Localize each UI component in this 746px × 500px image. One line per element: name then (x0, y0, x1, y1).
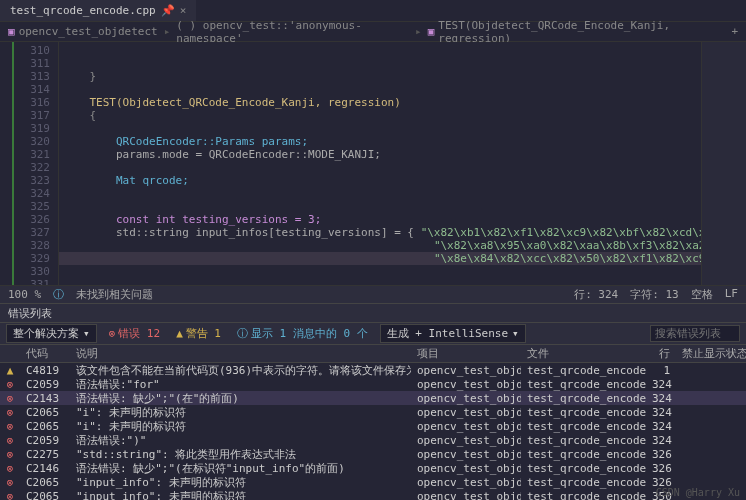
chevron-down-icon: ▾ (512, 327, 519, 340)
error-icon: ⊗ (0, 447, 20, 462)
error-icon: ⊗ (0, 377, 20, 392)
breadcrumb-project[interactable]: ▣ opencv_test_objdetect (8, 25, 158, 38)
error-icon: ⊗ (0, 461, 20, 476)
breadcrumb-function[interactable]: ▣ TEST(Objdetect_QRCode_Encode_Kanji, re… (428, 19, 726, 45)
tab-label: test_qrcode_encode.cpp (10, 4, 156, 17)
error-toolbar: 整个解决方案 ▾ ⊗ 错误 12 ▲ 警告 1 ⓘ 显示 1 消息中的 0 个 … (0, 323, 746, 345)
breadcrumb-namespace[interactable]: ( ) opencv_test::'anonymous-namespace' (176, 19, 409, 45)
error-icon: ⊗ (0, 489, 20, 501)
error-icon: ⊗ (0, 433, 20, 448)
col-file[interactable]: 文件 (521, 345, 646, 362)
watermark: CSDN @Harry Xu (656, 487, 740, 498)
breadcrumb: ▣ opencv_test_objdetect ▸ ( ) opencv_tes… (0, 22, 746, 42)
error-table: 代码 说明 项目 文件 行 禁止显示状态 ▲C4819该文件包含不能在当前代码页… (0, 345, 746, 500)
error-icon: ⊗ (0, 419, 20, 434)
col-project[interactable]: 项目 (411, 345, 521, 362)
chevron-down-icon: ▾ (83, 327, 90, 340)
editor: 310311 313314 316317 319 320321322323324… (0, 42, 746, 285)
table-header: 代码 说明 项目 文件 行 禁止显示状态 (0, 345, 746, 363)
close-icon[interactable]: × (180, 4, 187, 17)
marker-column (0, 42, 14, 285)
col-suppress[interactable]: 禁止显示状态 (676, 345, 746, 362)
error-icon: ⊗ (0, 405, 20, 420)
plus-icon[interactable]: + (731, 25, 738, 38)
zoom-level[interactable]: 100 % (8, 288, 41, 301)
col-indicator[interactable]: 字符: 13 (630, 287, 679, 302)
col-code[interactable]: 代码 (20, 345, 70, 362)
col-line[interactable]: 行 (646, 345, 676, 362)
error-icon: ⊗ (0, 475, 20, 490)
table-row[interactable]: ⊗C2065"input_info": 未声明的标识符opencv_test_o… (0, 489, 746, 500)
warning-filter[interactable]: ▲ 警告 1 (172, 325, 225, 342)
file-tab[interactable]: test_qrcode_encode.cpp 📌 × (0, 0, 196, 21)
pin-icon[interactable]: 📌 (161, 4, 175, 17)
spaces-indicator[interactable]: 空格 (691, 287, 713, 302)
error-filter[interactable]: ⊗ 错误 12 (105, 325, 165, 342)
scope-dropdown[interactable]: 整个解决方案 ▾ (6, 324, 97, 343)
lf-indicator[interactable]: LF (725, 287, 738, 302)
status-bar: 100 % ⓘ 未找到相关问题 行: 324 字符: 13 空格 LF (0, 285, 746, 303)
search-input[interactable] (650, 325, 740, 342)
col-desc[interactable]: 说明 (70, 345, 411, 362)
error-icon: ⊗ (0, 391, 20, 406)
warning-icon: ▲ (0, 363, 20, 378)
build-dropdown[interactable]: 生成 + IntelliSense ▾ (380, 324, 526, 343)
error-list-header: 错误列表 (0, 303, 746, 323)
minimap[interactable] (701, 42, 746, 285)
issues-text: 未找到相关问题 (76, 287, 153, 302)
message-filter[interactable]: ⓘ 显示 1 消息中的 0 个 (233, 325, 372, 342)
line-indicator[interactable]: 行: 324 (574, 287, 618, 302)
line-gutter: 310311 313314 316317 319 320321322323324… (14, 42, 59, 285)
code-area[interactable]: } TEST(Objdetect_QRCode_Encode_Kanji, re… (59, 42, 701, 285)
